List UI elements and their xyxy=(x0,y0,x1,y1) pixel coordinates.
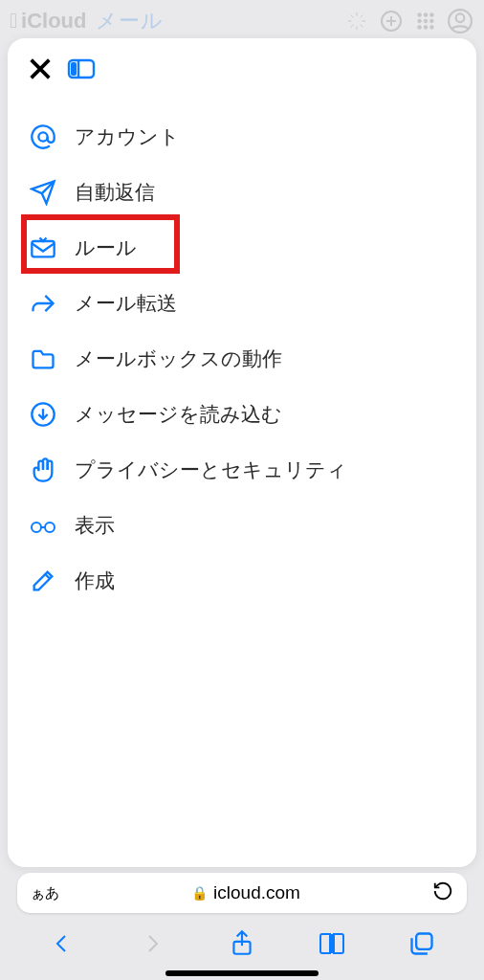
svg-point-15 xyxy=(38,132,47,141)
menu-label: 自動返信 xyxy=(75,179,155,206)
browser-toolbar xyxy=(0,921,484,967)
share-button[interactable] xyxy=(223,924,261,963)
menu-item-rules[interactable]: ルール xyxy=(15,220,469,276)
menu-item-display[interactable]: 表示 xyxy=(15,498,469,553)
forward-button[interactable] xyxy=(133,924,171,963)
menu-item-forward[interactable]: メール転送 xyxy=(15,276,469,331)
sidebar-toggle-icon[interactable] xyxy=(67,56,96,85)
svg-point-19 xyxy=(45,523,55,532)
menu-label: ルール xyxy=(75,234,137,261)
svg-point-3 xyxy=(430,13,434,17)
account-circle-icon xyxy=(446,7,474,35)
background-app-header:  iCloud メール xyxy=(0,0,484,42)
tabs-button[interactable] xyxy=(403,924,441,963)
svg-point-11 xyxy=(456,13,465,22)
browser-address-bar[interactable]: ぁあ 🔒 icloud.com xyxy=(17,873,467,913)
back-button[interactable] xyxy=(43,924,81,963)
svg-point-2 xyxy=(424,13,428,17)
menu-item-account[interactable]: アカウント xyxy=(15,109,469,165)
menu-label: メール転送 xyxy=(75,290,177,317)
plus-circle-icon xyxy=(377,7,406,35)
menu-label: 表示 xyxy=(75,512,115,539)
download-circle-icon xyxy=(29,400,57,429)
menu-label: メッセージを読み込む xyxy=(75,401,282,428)
menu-item-compose[interactable]: 作成 xyxy=(15,553,469,609)
menu-item-mailbox[interactable]: メールボックスの動作 xyxy=(15,331,469,387)
svg-rect-21 xyxy=(416,934,431,949)
at-sign-icon xyxy=(29,122,57,151)
settings-menu: アカウント 自動返信 ルール メール転送 メールボックスの動作 xyxy=(15,109,469,609)
svg-point-18 xyxy=(32,523,41,532)
svg-point-9 xyxy=(430,26,434,30)
reader-mode-button[interactable]: ぁあ xyxy=(31,884,59,902)
address-domain: icloud.com xyxy=(213,882,300,903)
menu-label: メールボックスの動作 xyxy=(75,345,282,372)
close-button[interactable] xyxy=(27,56,54,86)
svg-point-6 xyxy=(430,19,434,23)
svg-point-5 xyxy=(424,19,428,23)
menu-label: 作成 xyxy=(75,568,115,594)
compose-icon xyxy=(29,567,57,595)
brand-second: メール xyxy=(96,7,164,35)
home-indicator xyxy=(165,970,319,976)
svg-point-4 xyxy=(418,19,422,23)
envelope-rules-icon xyxy=(29,234,57,262)
reload-button[interactable] xyxy=(432,880,453,906)
address-domain-wrap[interactable]: 🔒 icloud.com xyxy=(67,882,425,903)
grid-icon xyxy=(411,7,440,35)
brand-first: iCloud xyxy=(21,9,86,33)
menu-item-privacy[interactable]: プライバシーとセキュリティ xyxy=(15,442,469,498)
brand:  iCloud メール xyxy=(10,7,164,35)
svg-rect-14 xyxy=(71,62,77,76)
svg-point-1 xyxy=(418,13,422,17)
menu-item-import[interactable]: メッセージを読み込む xyxy=(15,387,469,442)
sparkle-icon xyxy=(342,7,371,35)
apple-logo-icon:  xyxy=(10,9,17,33)
menu-label: アカウント xyxy=(75,123,180,150)
settings-sheet: アカウント 自動返信 ルール メール転送 メールボックスの動作 xyxy=(8,38,476,867)
sheet-header xyxy=(15,56,469,92)
folder-icon xyxy=(29,345,57,373)
glasses-icon xyxy=(29,511,57,540)
paper-plane-icon xyxy=(29,178,57,207)
hand-icon xyxy=(29,456,57,484)
lock-icon: 🔒 xyxy=(191,885,208,901)
bookmarks-button[interactable] xyxy=(313,924,351,963)
menu-label: プライバシーとセキュリティ xyxy=(75,457,347,483)
svg-point-8 xyxy=(424,26,428,30)
menu-item-autoreply[interactable]: 自動返信 xyxy=(15,165,469,220)
svg-point-7 xyxy=(418,26,422,30)
svg-rect-16 xyxy=(32,241,54,256)
forward-arrow-icon xyxy=(29,289,57,318)
